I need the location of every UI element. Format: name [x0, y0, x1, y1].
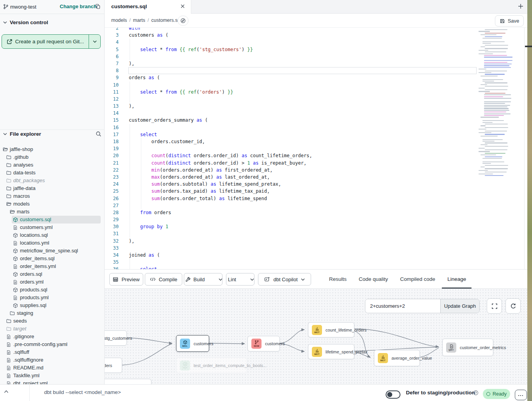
lineage-node-cut_node[interactable]: [105, 379, 151, 384]
breadcrumb-models[interactable]: models: [111, 18, 127, 23]
new-tab-button[interactable]: [518, 3, 524, 9]
lineage-node-orders[interactable]: MDLorders: [105, 358, 122, 373]
file-item-orders.yml[interactable]: orders.yml: [0, 278, 105, 286]
dbt-copilot-button[interactable]: dbt Copilot: [258, 273, 311, 286]
file-item-.sqlfluff[interactable]: .sqlfluff: [0, 348, 105, 356]
file-label: dbt_packages: [13, 177, 45, 183]
file-item-Taskfile.yml[interactable]: Taskfile.yml: [0, 372, 105, 380]
change-branch-link[interactable]: Change branch: [60, 4, 97, 9]
file-item-staging[interactable]: staging: [0, 309, 105, 317]
file-label: marts: [17, 209, 30, 215]
file-item-marts[interactable]: marts: [0, 208, 105, 216]
lineage-canvas[interactable]: MDLstg_customersMDLordersMDLcustomersTST…: [105, 289, 527, 384]
code-editor[interactable]: 2with3customers as (45 select * from {{ …: [105, 28, 525, 269]
file-item-products.yml[interactable]: products.yml: [0, 294, 105, 302]
lineage-node-test_node[interactable]: TSTtest_order_items_compute_to_bools...: [176, 357, 247, 373]
lineage-node-stg_customers[interactable]: MDLstg_customers: [105, 330, 127, 346]
help-icon[interactable]: [473, 390, 479, 396]
lineage-node-customer_order_metrics[interactable]: QRYcustomer_order_metrics: [442, 339, 493, 356]
tab-code-quality[interactable]: Code quality: [359, 270, 388, 289]
file-explorer-header[interactable]: File explorer: [3, 131, 101, 137]
file-item-locations.yml[interactable]: locations.yml: [0, 239, 105, 247]
file-item-seeds[interactable]: seeds: [0, 317, 105, 325]
folder-icon: [6, 186, 11, 191]
code-line-18: 18 orders.customer_id,: [105, 138, 524, 145]
command-input[interactable]: dbt build --select <model_name>: [44, 389, 121, 395]
search-icon[interactable]: [96, 131, 101, 137]
file-item-order_items.sql[interactable]: order_items.sql: [0, 255, 105, 263]
file-item-jaffle-shop[interactable]: jaffle-shop: [0, 145, 105, 153]
file-item-products.sql[interactable]: products.sql: [0, 286, 105, 294]
lint-button[interactable]: Lint: [223, 273, 241, 285]
file-icon: [13, 295, 18, 300]
code-line-3: 3customers as (: [105, 32, 524, 39]
breadcrumb-file[interactable]: customers.sql: [151, 18, 181, 23]
main-area: customers.sql models / marts / customers…: [105, 0, 527, 384]
lineage-node-customers_mdl[interactable]: MDLcustomers: [176, 335, 209, 352]
minimap[interactable]: [479, 29, 516, 209]
create-pr-dropdown[interactable]: [89, 35, 100, 48]
create-pr-main[interactable]: Create a pull request on Git...: [2, 35, 89, 48]
build-button[interactable]: Build: [181, 273, 210, 285]
file-item-supplies.sql[interactable]: supplies.sql: [0, 302, 105, 309]
desktop-wallpaper: [527, 0, 532, 401]
tab-results[interactable]: Results: [329, 270, 347, 289]
file-item-jaffle-data[interactable]: jaffle-data: [0, 185, 105, 192]
tab-customers-sql[interactable]: customers.sql: [105, 0, 191, 14]
file-item-customers.yml[interactable]: customers.yml: [0, 224, 105, 231]
file-item-analyses[interactable]: analyses: [0, 161, 105, 169]
lineage-node-lifetime_spend_pretax[interactable]: METlifetime_spend_pretax: [308, 344, 354, 359]
tab-lineage[interactable]: Lineage: [447, 270, 466, 289]
file-item-customers.sql[interactable]: customers.sql: [0, 216, 105, 224]
graph-selector-input[interactable]: [365, 299, 440, 313]
tab-compiled-code[interactable]: Compiled code: [400, 270, 435, 289]
preview-button[interactable]: Preview: [109, 273, 143, 286]
lineage-node-count_lifetime_orders[interactable]: METcount_lifetime_orders: [308, 322, 354, 337]
file-label: .gitignore: [13, 334, 34, 339]
lint-dropdown[interactable]: [247, 273, 257, 285]
file-item-.sqlfluffignore[interactable]: .sqlfluffignore: [0, 356, 105, 364]
save-button[interactable]: Save: [495, 15, 524, 27]
file-item-orders.sql[interactable]: orders.sql: [0, 270, 105, 278]
more-options-button[interactable]: ...: [515, 390, 527, 400]
file-item-.pre-commit-config.yaml[interactable]: .pre-commit-config.yaml: [0, 341, 105, 348]
file-item-macros[interactable]: macros: [0, 192, 105, 200]
lineage-node-average_order_value[interactable]: METaverage_order_value: [374, 350, 420, 366]
mdl-badge-icon: MDL: [180, 339, 190, 349]
close-icon[interactable]: [180, 4, 185, 9]
editor-scrollbar-mark[interactable]: [525, 46, 532, 47]
fullscreen-button[interactable]: [487, 298, 502, 314]
file-item-target[interactable]: target: [0, 325, 105, 333]
file-item-locations.sql[interactable]: locations.sql: [0, 231, 105, 239]
tst-badge-icon: TST: [180, 360, 190, 371]
file-item-metricflow_time_spine.sql[interactable]: metricflow_time_spine.sql: [0, 247, 105, 255]
version-control-title: Version control: [10, 20, 48, 25]
code-line-26: 26 sum(orders.order_total) as lifetime_s…: [105, 195, 524, 202]
version-control-header[interactable]: Version control: [3, 20, 48, 25]
file-item-dbt_packages[interactable]: dbt_packages: [0, 177, 105, 185]
file-label: macros: [13, 193, 30, 199]
copy-icon[interactable]: [95, 4, 101, 9]
code-line-14: 14: [105, 110, 524, 117]
compile-button[interactable]: Compile: [145, 273, 182, 286]
file-item-data-tests[interactable]: data-tests: [0, 169, 105, 177]
create-pr-button[interactable]: Create a pull request on Git...: [2, 34, 101, 49]
file-label: order_items.sql: [20, 256, 55, 261]
breadcrumb-marts[interactable]: marts: [133, 18, 145, 23]
table-icon: [113, 277, 118, 282]
refresh-button[interactable]: [505, 298, 521, 314]
defer-toggle[interactable]: [386, 390, 400, 399]
lineage-node-customers_sem[interactable]: SEMcustomers: [247, 336, 280, 351]
status-badge[interactable]: Ready: [483, 389, 510, 399]
chevron-up-icon[interactable]: [4, 390, 9, 393]
file-item-README.md[interactable]: README.md: [0, 364, 105, 372]
breadcrumb: models / marts / customers.sql: [111, 18, 181, 23]
file-item-order_items.yml[interactable]: order_items.yml: [0, 263, 105, 270]
model-icon: [13, 248, 18, 254]
file-item-models[interactable]: models: [0, 200, 105, 208]
compass-icon[interactable]: [178, 16, 189, 26]
code-line-16: 16: [105, 124, 524, 131]
file-item-.github[interactable]: .github: [0, 153, 105, 161]
update-graph-button[interactable]: Update Graph: [440, 299, 479, 313]
file-item-.gitignore[interactable]: .gitignore: [0, 333, 105, 341]
